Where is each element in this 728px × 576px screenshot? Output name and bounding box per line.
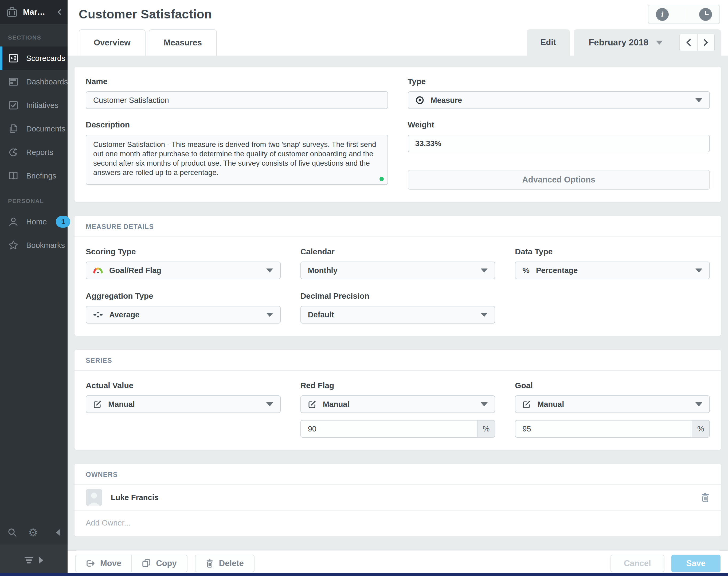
save-button[interactable]: Save xyxy=(671,555,721,572)
workspace-name: Mar… xyxy=(23,7,45,17)
red-flag-amount-group: 90 % xyxy=(300,420,495,438)
move-label: Move xyxy=(100,559,121,568)
action-bar: Move Copy xyxy=(67,551,728,576)
triangle-right-icon xyxy=(39,557,43,564)
gear-icon[interactable]: ⚙ xyxy=(28,527,38,538)
calendar-field-group: Calendar Monthly xyxy=(300,247,495,279)
period-label: February 2018 xyxy=(588,37,648,48)
sections-label: SECTIONS xyxy=(0,24,67,47)
scoring-type-field-group: Scoring Type Goal/Red Flag xyxy=(86,247,281,279)
sidebar-item-label: Reports xyxy=(26,148,53,157)
copy-button[interactable]: Copy xyxy=(132,555,187,572)
chevron-down-icon xyxy=(266,402,273,406)
char-count-indicator xyxy=(380,177,384,181)
save-label: Save xyxy=(686,559,705,568)
divider xyxy=(684,8,684,20)
clock-icon[interactable] xyxy=(699,8,712,21)
description-textarea[interactable]: Customer Satisfaction - This measure is … xyxy=(86,135,388,185)
manual-edit-icon xyxy=(522,400,531,408)
scorecards-icon xyxy=(8,53,19,64)
bottom-strip xyxy=(0,573,728,576)
advanced-options-button[interactable]: Advanced Options xyxy=(408,170,710,190)
tab-measures[interactable]: Measures xyxy=(149,29,217,56)
decimal-precision-select[interactable]: Default xyxy=(300,306,495,323)
app-window: Mar… SECTIONS Scorecards xyxy=(0,0,728,576)
personal-label: PERSONAL xyxy=(0,188,67,210)
triangle-left-icon[interactable] xyxy=(56,529,60,536)
move-icon xyxy=(86,559,95,568)
aggregation-type-value: Average xyxy=(109,311,140,319)
sidebar-item-dashboards[interactable]: Dashboards xyxy=(0,70,67,93)
move-button[interactable]: Move xyxy=(75,555,132,572)
right-tabs: Edit February 2018 xyxy=(527,29,721,56)
aggregation-type-select[interactable]: Average xyxy=(86,306,281,323)
sidebar-item-briefings[interactable]: Briefings xyxy=(0,164,67,188)
scoring-type-label: Scoring Type xyxy=(86,247,281,256)
scoring-type-value: Goal/Red Flag xyxy=(109,266,161,275)
initiatives-icon xyxy=(8,100,19,111)
documents-icon xyxy=(8,123,19,134)
tab-edit[interactable]: Edit xyxy=(527,29,570,56)
red-flag-select[interactable]: Manual xyxy=(300,395,495,413)
data-type-select[interactable]: % Percentage xyxy=(515,262,710,279)
goal-amount-input[interactable]: 95 xyxy=(515,420,692,438)
type-field-group: Type Measure xyxy=(408,77,710,109)
add-owner-input[interactable]: Add Owner... xyxy=(74,511,721,537)
chevron-down-icon xyxy=(695,402,702,406)
name-field-group: Name Customer Satisfaction xyxy=(86,77,388,109)
cancel-button[interactable]: Cancel xyxy=(610,555,664,572)
period-selector[interactable]: February 2018 xyxy=(574,29,721,56)
chevron-down-icon xyxy=(481,402,488,406)
type-value: Measure xyxy=(431,96,462,105)
sidebar-footer[interactable] xyxy=(0,545,67,576)
sidebar-item-reports[interactable]: Reports xyxy=(0,141,67,164)
scoring-type-select[interactable]: Goal/Red Flag xyxy=(86,262,281,279)
goal-value: Manual xyxy=(537,400,564,409)
cancel-label: Cancel xyxy=(624,559,651,568)
trash-icon[interactable] xyxy=(701,492,710,502)
tab-overview[interactable]: Overview xyxy=(79,29,146,56)
sidebar-item-label: Home xyxy=(26,218,47,226)
chevron-down-icon xyxy=(656,40,663,45)
weight-field-group: Weight 33.33% xyxy=(408,120,710,152)
actual-value-label: Actual Value xyxy=(86,381,281,390)
goal-amount: 95 xyxy=(522,425,531,433)
name-input[interactable]: Customer Satisfaction xyxy=(86,91,388,109)
calendar-select[interactable]: Monthly xyxy=(300,262,495,279)
sidebar-item-documents[interactable]: Documents xyxy=(0,117,67,141)
owner-name: Luke Francis xyxy=(111,493,159,502)
chevron-down-icon xyxy=(695,98,702,102)
red-flag-amount-input[interactable]: 90 xyxy=(300,420,478,438)
tab-label: Overview xyxy=(94,38,130,48)
advanced-options-label: Advanced Options xyxy=(522,175,595,184)
next-period-button[interactable] xyxy=(697,34,715,51)
sidebar-tools: ⚙ xyxy=(0,520,67,545)
briefcase-icon xyxy=(6,7,18,17)
measure-details-card: MEASURE DETAILS Scoring Type xyxy=(74,216,721,336)
delete-label: Delete xyxy=(219,559,244,568)
workspace-header[interactable]: Mar… xyxy=(0,0,67,24)
search-icon[interactable] xyxy=(7,528,17,537)
series-header: SERIES xyxy=(74,350,721,371)
previous-period-button[interactable] xyxy=(679,34,697,51)
info-icon[interactable]: i xyxy=(656,8,669,21)
sidebar-item-scorecards[interactable]: Scorecards xyxy=(0,47,67,70)
red-flag-amount: 90 xyxy=(308,425,316,433)
actual-value-select[interactable]: Manual xyxy=(86,395,281,413)
sidebar-item-bookmarks[interactable]: Bookmarks xyxy=(0,233,67,257)
decimal-precision-value: Default xyxy=(308,311,334,319)
sidebar-item-initiatives[interactable]: Initiatives xyxy=(0,93,67,117)
red-flag-label: Red Flag xyxy=(300,381,495,390)
goal-amount-group: 95 % xyxy=(515,420,710,438)
sidebar-item-label: Briefings xyxy=(26,172,56,180)
description-field-group: Description Customer Satisfaction - This… xyxy=(86,120,388,185)
goal-select[interactable]: Manual xyxy=(515,395,710,413)
delete-button[interactable]: Delete xyxy=(195,555,254,572)
sidebar-collapse-icon[interactable] xyxy=(56,8,62,16)
type-select[interactable]: Measure xyxy=(408,91,710,109)
weight-input[interactable]: 33.33% xyxy=(408,135,710,152)
home-notification-badge: 1 xyxy=(56,216,70,228)
copy-label: Copy xyxy=(156,559,177,568)
sidebar-item-home[interactable]: Home 1 xyxy=(0,210,67,233)
series-card: SERIES Actual Value xyxy=(74,350,721,450)
